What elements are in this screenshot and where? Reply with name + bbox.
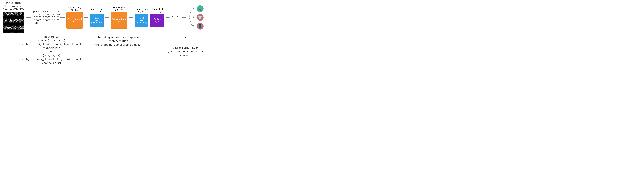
output-class-chips: 👞 👕 👖	[197, 5, 204, 30]
arrow-right-icon	[166, 16, 170, 19]
conv-layer-1: Shape: (62, 62, 10) Convolutional layer	[66, 6, 83, 29]
input-tensor-values: [[0.0117, 0.0248, 0.0287… 0.0127, 0.0397…	[32, 10, 58, 25]
relu-box: ReLU layer (activation)	[135, 14, 148, 27]
shape-label: Shape: (60, 60, 10)	[135, 8, 148, 13]
conv-box: Convolutional layer	[111, 12, 127, 29]
diagram-flow-row: Input data (for example, FashionMNIST) […	[2, 1, 204, 33]
pool-box: Pooling layer	[150, 14, 164, 27]
captions-row: Input tensor Shape: (N, 64, 64, 1) [batc…	[2, 35, 204, 65]
internal-layers-caption: Internal layers learn a compressed repre…	[86, 35, 151, 47]
shape-label: Shape: (60, 60, 10)	[111, 6, 127, 12]
caption-line: [batch_size, height, width, color_channe…	[17, 43, 86, 50]
arrow-right-icon	[60, 16, 65, 19]
input-data-block: Input data (for example, FashionMNIST)	[2, 1, 24, 33]
caption-line: Linear output layer	[168, 46, 204, 50]
arrow-right-icon	[105, 16, 110, 19]
output-layer-caption: ... Linear output layer (same shape as n…	[168, 35, 204, 57]
caption-line: or	[17, 50, 86, 54]
input-tensor-caption: Input tensor Shape: (N, 64, 64, 1) [batc…	[17, 35, 86, 65]
relu-box: ReLU layer (activation)	[90, 14, 104, 27]
caption-line: (the shape gets smaller and smaller)	[86, 43, 151, 47]
class-shirt-icon: 👕	[197, 14, 204, 21]
conv-layer-2: Shape: (60, 60, 10) Convolutional layer	[111, 6, 127, 29]
arrow-right-icon	[182, 16, 186, 19]
class-shoe-icon: 👞	[197, 5, 204, 12]
relu-layer-2: Shape: (60, 60, 10) ReLU layer (activati…	[135, 8, 148, 27]
arrow-right-icon	[129, 16, 133, 19]
shape-label: Shape: (30, 30, 10)	[150, 8, 164, 13]
shape-label: Shape: (62, 62, 10)	[90, 8, 104, 13]
caption-line: Input tensor	[17, 35, 86, 39]
caption-line: (N, 1, 64, 64)	[17, 54, 86, 57]
caption-line: (same shape as number of classes)	[168, 50, 204, 57]
cnn-architecture-diagram: Input data (for example, FashionMNIST) […	[2, 1, 204, 65]
arrow-right-icon	[84, 16, 88, 19]
caption-line: Internal layers learn a compressed repre…	[86, 36, 151, 43]
vertical-dots-icon: ...	[168, 35, 204, 45]
shape-label: Shape: (62, 62, 10)	[66, 6, 83, 12]
class-pants-icon: 👖	[197, 23, 204, 30]
fan-out-arrow-icon	[188, 5, 195, 30]
input-header: Input data (for example, FashionMNIST)	[2, 1, 24, 11]
pool-layer: Shape: (30, 30, 10) Pooling layer	[150, 8, 164, 27]
caption-line: Shape: (N, 64, 64, 1)	[17, 39, 86, 43]
input-title: Input data	[2, 1, 24, 5]
fashionmnist-grid-image	[2, 12, 24, 33]
caption-line: [batch_size, color_channels, height, wid…	[17, 57, 86, 65]
arrow-right-icon	[26, 16, 31, 19]
ellipsis-icon: . . .	[171, 13, 180, 22]
relu-layer-1: Shape: (62, 62, 10) ReLU layer (activati…	[90, 8, 104, 27]
conv-box: Convolutional layer	[66, 12, 83, 29]
input-subtitle: (for example, FashionMNIST)	[2, 5, 24, 11]
